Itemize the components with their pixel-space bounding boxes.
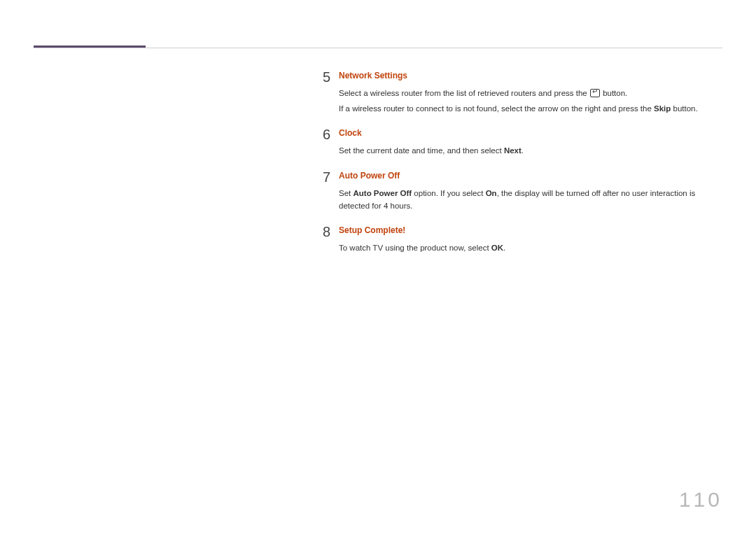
text-run: option. If you select	[412, 189, 485, 197]
text-run: button.	[671, 104, 697, 113]
step-number: 6	[311, 127, 330, 141]
text-run: Set the current date and time, and then …	[339, 146, 504, 155]
step-body: ClockSet the current date and time, and …	[330, 127, 722, 160]
step-paragraph: Set Auto Power Off option. If you select…	[339, 188, 722, 213]
bold-text: OK	[491, 244, 503, 252]
step-text: To watch TV using the product now, selec…	[339, 242, 722, 255]
step-number: 8	[311, 225, 330, 239]
step-title: Network Settings	[339, 70, 722, 82]
step-text: Select a wireless router from the list o…	[339, 87, 722, 115]
step-number: 5	[311, 70, 330, 84]
text-run: Select a wireless router from the list o…	[339, 89, 589, 97]
step: 8Setup Complete!To watch TV using the pr…	[311, 225, 722, 258]
enter-icon	[590, 89, 600, 97]
step-body: Auto Power OffSet Auto Power Off option.…	[330, 170, 722, 215]
step-paragraph: To watch TV using the product now, selec…	[339, 242, 722, 255]
step-number: 7	[311, 170, 330, 184]
step-title: Setup Complete!	[339, 225, 722, 237]
text-run: .	[503, 244, 505, 252]
step-title: Auto Power Off	[339, 170, 722, 182]
step-text: Set Auto Power Off option. If you select…	[339, 188, 722, 213]
bold-text: On	[486, 189, 497, 197]
bold-text: Skip	[654, 104, 671, 113]
step: 5Network SettingsSelect a wireless route…	[311, 70, 722, 118]
step: 7Auto Power OffSet Auto Power Off option…	[311, 170, 722, 215]
step-paragraph: If a wireless router to connect to is no…	[339, 103, 722, 115]
text-run: Set	[339, 189, 353, 197]
text-run: To watch TV using the product now, selec…	[339, 244, 491, 252]
page-number: 110	[679, 488, 722, 512]
bold-text: Next	[504, 146, 522, 155]
text-run: If a wireless router to connect to is no…	[339, 104, 654, 113]
text-run: button.	[601, 89, 627, 97]
text-run: .	[522, 146, 524, 155]
bold-text: Auto Power Off	[353, 189, 412, 197]
step-paragraph: Select a wireless router from the list o…	[339, 87, 722, 100]
step-text: Set the current date and time, and then …	[339, 145, 722, 157]
step: 6ClockSet the current date and time, and…	[311, 127, 722, 160]
step-paragraph: Set the current date and time, and then …	[339, 145, 722, 157]
step-body: Setup Complete!To watch TV using the pro…	[330, 225, 722, 258]
header-divider	[34, 48, 722, 48]
content-area: 5Network SettingsSelect a wireless route…	[311, 70, 722, 267]
step-body: Network SettingsSelect a wireless router…	[330, 70, 722, 118]
step-title: Clock	[339, 127, 722, 139]
